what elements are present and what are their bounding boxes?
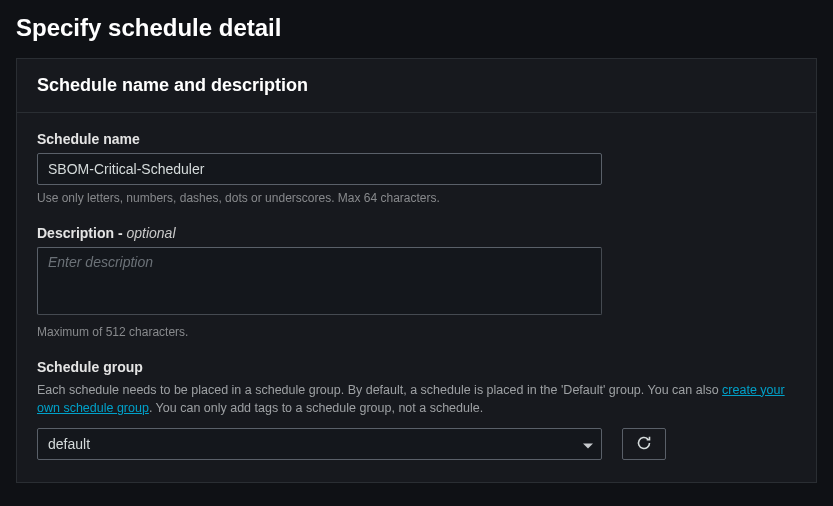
panel-title: Schedule name and description (37, 75, 796, 96)
schedule-group-desc-suffix: . You can only add tags to a schedule gr… (149, 401, 483, 415)
description-label: Description - optional (37, 225, 796, 241)
schedule-name-field: Schedule name Use only letters, numbers,… (37, 131, 796, 207)
refresh-icon (636, 435, 652, 454)
panel-body: Schedule name Use only letters, numbers,… (17, 113, 816, 482)
schedule-group-field: Schedule group Each schedule needs to be… (37, 359, 796, 461)
schedule-name-label: Schedule name (37, 131, 796, 147)
page-title: Specify schedule detail (16, 14, 817, 42)
schedule-group-select-wrap: default (37, 428, 602, 460)
schedule-group-row: default (37, 428, 796, 460)
schedule-group-label: Schedule group (37, 359, 796, 375)
panel-header: Schedule name and description (17, 59, 816, 113)
schedule-name-input[interactable] (37, 153, 602, 185)
schedule-group-description: Each schedule needs to be placed in a sc… (37, 381, 796, 419)
refresh-button[interactable] (622, 428, 666, 460)
description-help: Maximum of 512 characters. (37, 324, 796, 341)
description-label-main: Description - (37, 225, 126, 241)
schedule-group-select[interactable]: default (37, 428, 602, 460)
description-label-optional: optional (126, 225, 175, 241)
description-field: Description - optional Maximum of 512 ch… (37, 225, 796, 341)
schedule-name-help: Use only letters, numbers, dashes, dots … (37, 190, 796, 207)
schedule-detail-panel: Schedule name and description Schedule n… (16, 58, 817, 483)
description-input[interactable] (37, 247, 602, 315)
schedule-group-desc-prefix: Each schedule needs to be placed in a sc… (37, 383, 722, 397)
